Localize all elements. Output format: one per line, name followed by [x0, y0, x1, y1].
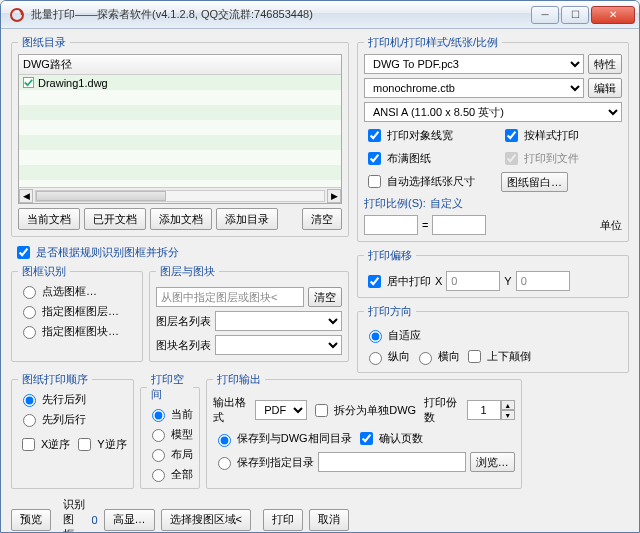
block-list-select[interactable] — [215, 335, 342, 355]
layer-block-legend: 图层与图块 — [156, 264, 219, 279]
radio-col-first[interactable]: 先列后行 — [18, 411, 127, 427]
printer-select[interactable]: DWG To PDF.pc3 — [364, 54, 584, 74]
radio-row-first[interactable]: 先行后列 — [18, 391, 127, 407]
flip-checkbox[interactable]: 上下颠倒 — [464, 347, 531, 366]
radio-save-dir[interactable]: 保存到指定目录 — [213, 454, 314, 470]
margin-button[interactable]: 图纸留白… — [501, 172, 568, 192]
scale-value: 自定义 — [430, 196, 463, 211]
lineweight-checkbox[interactable]: 打印对象线宽 — [364, 126, 485, 145]
x-reverse-checkbox[interactable]: X逆序 — [18, 435, 70, 454]
add-file-button[interactable]: 添加文档 — [150, 208, 212, 230]
frames-label: 识别图框： — [63, 497, 85, 533]
select-area-button[interactable]: 选择搜图区域< — [161, 509, 251, 531]
file-list[interactable]: DWG路径 Drawing1.dwg ◀ ▶ — [18, 54, 342, 204]
out-format-select[interactable]: PDF — [255, 400, 307, 420]
y-reverse-checkbox[interactable]: Y逆序 — [74, 435, 126, 454]
style-select[interactable]: monochrome.ctb — [364, 78, 584, 98]
window-title: 批量打印——探索者软件(v4.1.2.8, QQ交流群:746853448) — [31, 7, 531, 22]
scale-left-input[interactable] — [364, 215, 418, 235]
print-button[interactable]: 打印 — [263, 509, 303, 531]
offset-x-input[interactable] — [446, 271, 500, 291]
offset-y-input[interactable] — [516, 271, 570, 291]
equals-label: = — [422, 219, 428, 231]
order-legend: 图纸打印顺序 — [18, 372, 92, 387]
radio-layer-frame[interactable]: 指定图框图层… — [18, 303, 136, 319]
x-label: X — [435, 275, 442, 287]
scale-right-input[interactable] — [432, 215, 486, 235]
autopaper-checkbox[interactable]: 自动选择纸张尺寸 — [364, 172, 485, 191]
layer-list-select[interactable] — [215, 311, 342, 331]
close-button[interactable]: ✕ — [591, 6, 635, 24]
radio-portrait[interactable]: 纵向 — [364, 349, 410, 365]
file-row[interactable]: Drawing1.dwg — [19, 75, 341, 90]
layer-list-label: 图层名列表 — [156, 314, 211, 329]
style-edit-button[interactable]: 编辑 — [588, 78, 622, 98]
app-icon — [9, 7, 25, 23]
offset-legend: 打印偏移 — [364, 248, 416, 263]
check-icon — [23, 77, 34, 88]
frame-recognition-legend: 图框识别 — [18, 264, 70, 279]
radio-space-current[interactable]: 当前 — [147, 406, 193, 422]
file-list-header[interactable]: DWG路径 — [19, 55, 341, 75]
scroll-right-icon[interactable]: ▶ — [327, 189, 341, 203]
space-legend: 打印空间 — [147, 372, 193, 402]
add-dir-button[interactable]: 添加目录 — [216, 208, 278, 230]
block-list-label: 图块名列表 — [156, 338, 211, 353]
orient-legend: 打印方向 — [364, 304, 416, 319]
opened-docs-button[interactable]: 已开文档 — [84, 208, 146, 230]
scale-label: 打印比例(S): — [364, 196, 426, 211]
output-legend: 打印输出 — [213, 372, 265, 387]
bystyle-checkbox[interactable]: 按样式打印 — [501, 126, 622, 145]
radio-landscape[interactable]: 横向 — [414, 349, 460, 365]
preview-button[interactable]: 预览 — [11, 509, 51, 531]
radio-save-with-dwg[interactable]: 保存到与DWG相同目录 — [213, 431, 352, 447]
maximize-button[interactable]: ☐ — [561, 6, 589, 24]
clear-list-button[interactable]: 清空 — [302, 208, 342, 230]
printer-legend: 打印机/打印样式/纸张/比例 — [364, 35, 502, 50]
fill-checkbox[interactable]: 布满图纸 — [364, 149, 485, 168]
clear-layer-button[interactable]: 清空 — [308, 287, 342, 307]
scroll-left-icon[interactable]: ◀ — [19, 189, 33, 203]
split-checkbox[interactable]: 是否根据规则识别图框并拆分 — [13, 243, 349, 262]
cancel-button[interactable]: 取消 — [309, 509, 349, 531]
h-scrollbar[interactable]: ◀ ▶ — [19, 187, 341, 203]
minimize-button[interactable]: ─ — [531, 6, 559, 24]
dir-legend: 图纸目录 — [18, 35, 70, 50]
paper-select[interactable]: ANSI A (11.00 x 8.50 英寸) — [364, 102, 622, 122]
y-label: Y — [504, 275, 511, 287]
radio-pick-frame[interactable]: 点选图框… — [18, 283, 136, 299]
radio-auto-orient[interactable]: 自适应 — [364, 327, 421, 343]
radio-space-model[interactable]: 模型 — [147, 426, 193, 442]
radio-space-all[interactable]: 全部 — [147, 466, 193, 482]
current-doc-button[interactable]: 当前文档 — [18, 208, 80, 230]
unit-label: 单位 — [600, 218, 622, 233]
layer-pick-input[interactable] — [156, 287, 304, 307]
frames-count: 0 — [91, 514, 97, 526]
printer-props-button[interactable]: 特性 — [588, 54, 622, 74]
tofile-checkbox[interactable]: 打印到文件 — [501, 149, 622, 168]
file-name: Drawing1.dwg — [38, 77, 108, 89]
radio-space-layout[interactable]: 布局 — [147, 446, 193, 462]
radio-block-frame[interactable]: 指定图框图块… — [18, 323, 136, 339]
highlight-button[interactable]: 高显… — [104, 509, 155, 531]
out-format-label: 输出格式 — [213, 395, 252, 425]
center-checkbox[interactable]: 居中打印 — [364, 272, 431, 291]
